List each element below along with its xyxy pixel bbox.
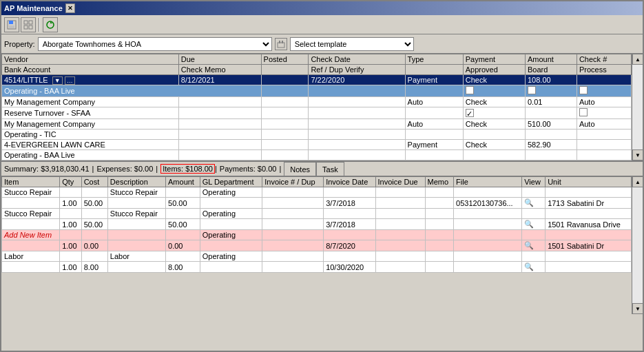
cell-invdate: 3/7/2018 — [324, 219, 375, 230]
close-button[interactable]: ✕ — [65, 3, 75, 13]
cell-unit — [546, 251, 632, 262]
cell-desc — [107, 219, 165, 230]
toolbar-refresh-btn[interactable] — [43, 17, 58, 32]
table-row[interactable]: Reserve Turnover - SFAA ✓ — [2, 107, 632, 119]
cell-invdate: 8/7/2020 — [324, 240, 375, 251]
tab-notes[interactable]: Notes — [284, 162, 316, 176]
cell-item — [2, 240, 60, 251]
scroll-up[interactable]: ▲ — [632, 54, 643, 65]
tab-task[interactable]: Task — [316, 162, 344, 176]
scroll-down[interactable]: ▼ — [632, 149, 643, 161]
cell-posted — [261, 75, 309, 85]
cell-invdate — [324, 209, 375, 219]
cell-type: Auto — [405, 119, 463, 130]
svg-rect-6 — [29, 25, 32, 29]
cell-gl: Operating — [200, 209, 262, 219]
cell-amount: 0.00 — [166, 240, 200, 251]
cell-payment[interactable]: ✓ — [463, 107, 525, 119]
property-bar: Property: Aborgate Townhomes & HOA Selec… — [1, 34, 643, 54]
cell-vendor: My Management Company — [2, 97, 179, 107]
top-scrollbar[interactable]: ▲ ▼ — [632, 54, 643, 161]
cell-file — [454, 240, 522, 251]
bottom-scrollbar[interactable]: ▲ ▼ — [632, 176, 643, 314]
cell-view[interactable]: 🔍 — [522, 262, 546, 273]
cell-cost: 50.00 — [81, 219, 107, 230]
list-item[interactable]: 1.00 8.00 8.00 10/30/2020 — [2, 262, 632, 273]
expenses-text: Expenses: $0.00 — [96, 165, 156, 173]
cell-gl: Operating — [200, 230, 262, 240]
cell-invnum — [262, 251, 324, 262]
cell-invdue — [375, 262, 425, 273]
cell-memo — [425, 262, 454, 273]
scroll-down[interactable]: ▼ — [632, 303, 643, 314]
cell-view[interactable]: 🔍 — [522, 240, 546, 251]
table-row[interactable]: 4-EVERGREEN LAWN CARE Payment Check 582.… — [2, 140, 632, 150]
cell-memo — [425, 219, 454, 230]
cell-cost — [81, 230, 107, 240]
table-row[interactable]: My Management Company Auto Check 510.00 … — [2, 119, 632, 130]
list-item[interactable]: Stucco Repair Stucco Repair Operating — [2, 209, 632, 219]
table-row[interactable]: My Management Company Auto Check 0.01 Au… — [2, 97, 632, 107]
cell-file — [454, 262, 522, 273]
cell-cb2[interactable] — [525, 85, 577, 97]
window-title: AP Maintenance — [4, 4, 63, 12]
subh-empty2 — [405, 65, 463, 75]
table-row[interactable]: Operating - TIC — [2, 130, 632, 140]
bcol-desc: Description — [107, 177, 165, 187]
list-item[interactable]: 1.00 0.00 0.00 8/7/2020 — [2, 240, 632, 251]
toolbar — [1, 15, 643, 34]
cell-file — [454, 187, 522, 198]
cell-cb3[interactable] — [577, 85, 631, 97]
list-item[interactable]: 1.00 50.00 50.00 3/7/2018 — [2, 219, 632, 230]
cell-checknum[interactable] — [577, 107, 631, 119]
scroll-track[interactable] — [632, 187, 643, 303]
col-payment: Payment — [463, 54, 525, 65]
svg-rect-5 — [24, 25, 28, 29]
table-row[interactable]: Operating - BAA Live — [2, 150, 632, 161]
cell-cb1[interactable] — [463, 85, 525, 97]
subh-ref: Ref / Dup Verify — [309, 65, 405, 75]
cell-cost: 8.00 — [81, 262, 107, 273]
bcol-gl: GL Department — [200, 177, 262, 187]
bcol-file: File — [454, 177, 522, 187]
list-item[interactable]: Add New Item Operating — [2, 230, 632, 240]
cell-invdue — [375, 230, 425, 240]
svg-rect-10 — [279, 41, 280, 43]
summary-text: Summary: $3,918,030.41 — [4, 165, 92, 173]
col-posted: Posted — [261, 54, 309, 65]
property-icon-btn[interactable] — [275, 38, 287, 50]
cell-amount: 510.00 — [525, 119, 577, 130]
col-due: Due — [178, 54, 261, 65]
cell-view — [522, 230, 546, 240]
table-row[interactable]: Operating - BAA Live — [2, 85, 632, 97]
cell-gl — [200, 240, 262, 251]
cell-vendor: Operating - BAA Live — [2, 150, 179, 161]
list-item[interactable]: 1.00 50.00 50.00 3/7/2018 0531201 — [2, 198, 632, 209]
bcol-unit: Unit — [546, 177, 632, 187]
cell-payment — [463, 130, 525, 140]
list-item[interactable]: Labor Labor Operating — [2, 251, 632, 262]
scroll-track[interactable] — [632, 65, 643, 149]
svg-rect-4 — [29, 21, 32, 24]
cell-type — [405, 130, 463, 140]
cell-item: Stucco Repair — [2, 209, 60, 219]
cell-posted — [261, 150, 309, 161]
property-select[interactable]: Aborgate Townhomes & HOA — [38, 37, 272, 51]
title-bar: AP Maintenance ✕ — [1, 1, 643, 15]
toolbar-save-btn[interactable] — [4, 17, 19, 32]
summary-bar: Summary: $3,918,030.41 | Expenses: $0.00… — [1, 161, 643, 176]
cell-invdate — [324, 230, 375, 240]
template-select[interactable]: Select template — [290, 37, 414, 51]
svg-rect-2 — [9, 25, 14, 28]
cell-invdate: 3/7/2018 — [324, 198, 375, 209]
list-item[interactable]: Stucco Repair Stucco Repair Operating — [2, 187, 632, 198]
cell-invnum — [262, 219, 324, 230]
toolbar-grid-btn[interactable] — [21, 17, 36, 32]
cell-posted — [261, 130, 309, 140]
cell-view[interactable]: 🔍 — [522, 198, 546, 209]
table-row[interactable]: 4514/LITTLE ▼ … 8/12/2021 7/22/2020 Paym… — [2, 75, 632, 85]
scroll-up[interactable]: ▲ — [632, 176, 643, 187]
cell-view[interactable]: 🔍 — [522, 219, 546, 230]
subh-board: Board — [525, 65, 577, 75]
cell-operating: Operating - BAA Live — [2, 85, 262, 97]
